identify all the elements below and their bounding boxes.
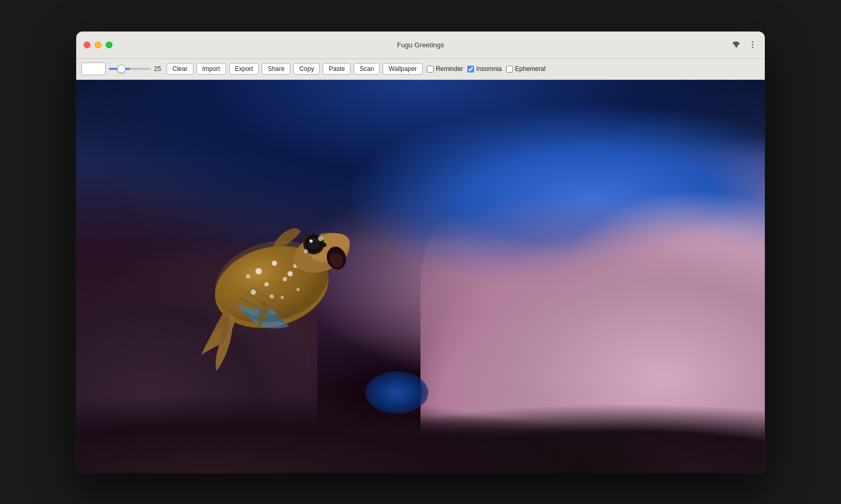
svg-point-1 xyxy=(752,44,754,46)
toolbar: 25 Clear Import Export Share Copy Paste … xyxy=(76,59,765,80)
reminder-group: Reminder xyxy=(427,65,463,73)
reminder-label[interactable]: Reminder xyxy=(436,65,463,73)
fish-container xyxy=(180,166,380,387)
svg-point-27 xyxy=(318,236,323,241)
share-button[interactable]: Share xyxy=(262,63,290,75)
fish-scene xyxy=(76,80,765,473)
svg-point-11 xyxy=(270,294,274,299)
titlebar: Fugu Greetings xyxy=(76,32,765,59)
svg-point-14 xyxy=(281,296,284,299)
svg-point-5 xyxy=(255,268,262,274)
svg-point-28 xyxy=(304,249,308,253)
svg-point-26 xyxy=(309,240,311,241)
insomnia-checkbox[interactable] xyxy=(467,66,474,73)
svg-point-9 xyxy=(283,277,287,281)
svg-point-13 xyxy=(246,274,250,279)
titlebar-right xyxy=(732,40,757,49)
insomnia-label[interactable]: Insomnia xyxy=(476,65,502,73)
minimize-button[interactable] xyxy=(95,42,101,48)
svg-point-0 xyxy=(752,42,754,43)
svg-point-7 xyxy=(288,271,293,276)
ephemeral-label[interactable]: Ephemeral xyxy=(515,65,546,73)
export-button[interactable]: Export xyxy=(229,63,259,75)
svg-point-12 xyxy=(296,288,300,291)
ephemeral-group: Ephemeral xyxy=(506,65,546,73)
reminder-checkbox[interactable] xyxy=(427,66,434,73)
extensions-icon[interactable] xyxy=(732,40,742,49)
insomnia-group: Insomnia xyxy=(467,65,502,73)
fish-svg xyxy=(180,166,380,387)
menu-icon[interactable] xyxy=(748,40,757,49)
paste-button[interactable]: Paste xyxy=(323,63,351,75)
svg-point-6 xyxy=(272,261,277,266)
svg-point-29 xyxy=(322,243,326,247)
scan-button[interactable]: Scan xyxy=(354,63,380,75)
import-button[interactable]: Import xyxy=(197,63,226,75)
clear-button[interactable]: Clear xyxy=(167,63,193,75)
svg-point-8 xyxy=(264,282,269,286)
close-button[interactable] xyxy=(84,42,90,48)
copy-button[interactable]: Copy xyxy=(293,63,320,75)
app-window: Fugu Greetings 25 Clear I xyxy=(76,32,765,473)
svg-point-2 xyxy=(752,47,754,48)
slider-value: 25 xyxy=(154,65,163,73)
maximize-button[interactable] xyxy=(106,42,112,48)
size-slider[interactable] xyxy=(109,68,151,70)
pen-preview xyxy=(81,63,106,75)
traffic-lights xyxy=(84,42,112,48)
ephemeral-checkbox[interactable] xyxy=(506,66,513,73)
svg-point-10 xyxy=(251,290,256,295)
slider-container: 25 xyxy=(109,65,163,73)
window-title: Fugu Greetings xyxy=(397,41,444,49)
wallpaper-button[interactable]: Wallpaper xyxy=(383,63,423,75)
main-canvas[interactable] xyxy=(76,80,765,473)
